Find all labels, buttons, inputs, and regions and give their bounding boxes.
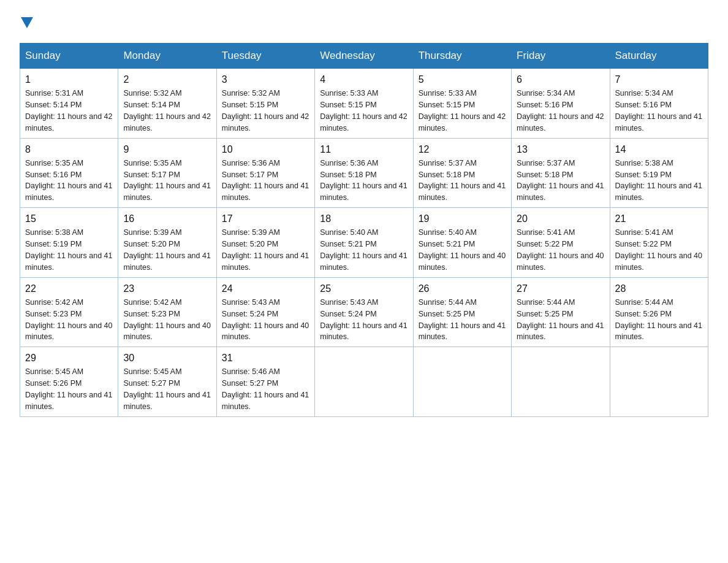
day-info: Sunrise: 5:39 AMSunset: 5:20 PMDaylight:… xyxy=(222,228,309,272)
calendar-cell: 13Sunrise: 5:37 AMSunset: 5:18 PMDayligh… xyxy=(512,138,610,208)
day-number: 19 xyxy=(419,212,506,226)
day-info: Sunrise: 5:36 AMSunset: 5:18 PMDaylight:… xyxy=(320,159,407,202)
day-number: 20 xyxy=(517,212,604,226)
day-info: Sunrise: 5:41 AMSunset: 5:22 PMDaylight:… xyxy=(615,228,702,272)
day-info: Sunrise: 5:37 AMSunset: 5:18 PMDaylight:… xyxy=(517,159,604,202)
day-number: 26 xyxy=(419,282,506,296)
calendar-cell: 21Sunrise: 5:41 AMSunset: 5:22 PMDayligh… xyxy=(610,208,708,278)
calendar-cell: 1Sunrise: 5:31 AMSunset: 5:14 PMDaylight… xyxy=(20,69,118,139)
calendar-table: SundayMondayTuesdayWednesdayThursdayFrid… xyxy=(20,43,708,417)
column-header-wednesday: Wednesday xyxy=(315,44,413,69)
calendar-cell: 7Sunrise: 5:34 AMSunset: 5:16 PMDaylight… xyxy=(610,69,708,139)
day-info: Sunrise: 5:41 AMSunset: 5:22 PMDaylight:… xyxy=(517,228,604,272)
calendar-cell: 10Sunrise: 5:36 AMSunset: 5:17 PMDayligh… xyxy=(216,138,314,208)
calendar-cell xyxy=(413,347,511,417)
day-number: 9 xyxy=(123,142,211,156)
column-header-tuesday: Tuesday xyxy=(216,44,314,69)
day-number: 14 xyxy=(615,142,703,156)
day-info: Sunrise: 5:35 AMSunset: 5:17 PMDaylight:… xyxy=(123,159,210,202)
day-info: Sunrise: 5:44 AMSunset: 5:25 PMDaylight:… xyxy=(517,298,604,342)
day-info: Sunrise: 5:32 AMSunset: 5:15 PMDaylight:… xyxy=(222,89,309,132)
logo xyxy=(20,15,33,31)
day-info: Sunrise: 5:46 AMSunset: 5:27 PMDaylight:… xyxy=(222,367,309,411)
calendar-cell: 2Sunrise: 5:32 AMSunset: 5:14 PMDaylight… xyxy=(118,69,216,139)
day-number: 1 xyxy=(25,72,113,86)
day-number: 4 xyxy=(320,72,408,86)
day-number: 18 xyxy=(320,212,408,226)
page-header xyxy=(20,15,708,31)
day-info: Sunrise: 5:40 AMSunset: 5:21 PMDaylight:… xyxy=(320,228,407,272)
calendar-week-row: 29Sunrise: 5:45 AMSunset: 5:26 PMDayligh… xyxy=(20,347,708,417)
day-info: Sunrise: 5:40 AMSunset: 5:21 PMDaylight:… xyxy=(419,228,506,272)
calendar-cell: 29Sunrise: 5:45 AMSunset: 5:26 PMDayligh… xyxy=(20,347,118,417)
day-number: 11 xyxy=(320,142,408,156)
calendar-week-row: 22Sunrise: 5:42 AMSunset: 5:23 PMDayligh… xyxy=(20,277,708,347)
calendar-cell: 9Sunrise: 5:35 AMSunset: 5:17 PMDaylight… xyxy=(118,138,216,208)
calendar-cell: 16Sunrise: 5:39 AMSunset: 5:20 PMDayligh… xyxy=(118,208,216,278)
day-number: 12 xyxy=(419,142,506,156)
day-number: 23 xyxy=(123,282,211,296)
calendar-cell: 27Sunrise: 5:44 AMSunset: 5:25 PMDayligh… xyxy=(512,277,610,347)
day-number: 24 xyxy=(222,282,309,296)
calendar-cell: 30Sunrise: 5:45 AMSunset: 5:27 PMDayligh… xyxy=(118,347,216,417)
calendar-cell: 19Sunrise: 5:40 AMSunset: 5:21 PMDayligh… xyxy=(413,208,511,278)
day-info: Sunrise: 5:34 AMSunset: 5:16 PMDaylight:… xyxy=(615,89,702,132)
day-info: Sunrise: 5:44 AMSunset: 5:25 PMDaylight:… xyxy=(419,298,506,342)
calendar-cell: 28Sunrise: 5:44 AMSunset: 5:26 PMDayligh… xyxy=(610,277,708,347)
calendar-cell xyxy=(610,347,708,417)
day-info: Sunrise: 5:33 AMSunset: 5:15 PMDaylight:… xyxy=(320,89,407,132)
calendar-cell: 3Sunrise: 5:32 AMSunset: 5:15 PMDaylight… xyxy=(216,69,314,139)
calendar-cell: 20Sunrise: 5:41 AMSunset: 5:22 PMDayligh… xyxy=(512,208,610,278)
day-number: 28 xyxy=(615,282,703,296)
day-number: 15 xyxy=(25,212,113,226)
calendar-cell: 4Sunrise: 5:33 AMSunset: 5:15 PMDaylight… xyxy=(315,69,413,139)
day-info: Sunrise: 5:43 AMSunset: 5:24 PMDaylight:… xyxy=(222,298,309,342)
day-info: Sunrise: 5:35 AMSunset: 5:16 PMDaylight:… xyxy=(25,159,112,202)
day-number: 31 xyxy=(222,351,309,365)
day-number: 22 xyxy=(25,282,113,296)
day-info: Sunrise: 5:42 AMSunset: 5:23 PMDaylight:… xyxy=(123,298,210,342)
calendar-cell: 6Sunrise: 5:34 AMSunset: 5:16 PMDaylight… xyxy=(512,69,610,139)
day-info: Sunrise: 5:32 AMSunset: 5:14 PMDaylight:… xyxy=(123,89,210,132)
day-number: 13 xyxy=(517,142,604,156)
day-number: 3 xyxy=(222,72,309,86)
calendar-cell: 15Sunrise: 5:38 AMSunset: 5:19 PMDayligh… xyxy=(20,208,118,278)
calendar-cell: 26Sunrise: 5:44 AMSunset: 5:25 PMDayligh… xyxy=(413,277,511,347)
day-number: 10 xyxy=(222,142,309,156)
day-number: 27 xyxy=(517,282,604,296)
day-info: Sunrise: 5:31 AMSunset: 5:14 PMDaylight:… xyxy=(25,89,112,132)
day-number: 29 xyxy=(25,351,113,365)
day-info: Sunrise: 5:45 AMSunset: 5:27 PMDaylight:… xyxy=(123,367,210,411)
calendar-cell: 24Sunrise: 5:43 AMSunset: 5:24 PMDayligh… xyxy=(216,277,314,347)
calendar-cell: 5Sunrise: 5:33 AMSunset: 5:15 PMDaylight… xyxy=(413,69,511,139)
day-number: 7 xyxy=(615,72,703,86)
day-number: 2 xyxy=(123,72,211,86)
calendar-cell: 11Sunrise: 5:36 AMSunset: 5:18 PMDayligh… xyxy=(315,138,413,208)
column-header-sunday: Sunday xyxy=(20,44,118,69)
calendar-header-row: SundayMondayTuesdayWednesdayThursdayFrid… xyxy=(20,44,708,69)
calendar-cell: 12Sunrise: 5:37 AMSunset: 5:18 PMDayligh… xyxy=(413,138,511,208)
day-number: 6 xyxy=(517,72,604,86)
logo-general-text xyxy=(20,15,33,31)
calendar-cell: 14Sunrise: 5:38 AMSunset: 5:19 PMDayligh… xyxy=(610,138,708,208)
column-header-saturday: Saturday xyxy=(610,44,708,69)
calendar-cell: 8Sunrise: 5:35 AMSunset: 5:16 PMDaylight… xyxy=(20,138,118,208)
day-number: 17 xyxy=(222,212,309,226)
calendar-cell: 18Sunrise: 5:40 AMSunset: 5:21 PMDayligh… xyxy=(315,208,413,278)
logo-triangle-icon xyxy=(21,17,33,28)
day-info: Sunrise: 5:45 AMSunset: 5:26 PMDaylight:… xyxy=(25,367,112,411)
day-number: 30 xyxy=(123,351,211,365)
day-number: 8 xyxy=(25,142,113,156)
day-info: Sunrise: 5:37 AMSunset: 5:18 PMDaylight:… xyxy=(419,159,506,202)
day-number: 21 xyxy=(615,212,703,226)
day-info: Sunrise: 5:44 AMSunset: 5:26 PMDaylight:… xyxy=(615,298,702,342)
day-info: Sunrise: 5:39 AMSunset: 5:20 PMDaylight:… xyxy=(123,228,210,272)
column-header-monday: Monday xyxy=(118,44,216,69)
day-info: Sunrise: 5:36 AMSunset: 5:17 PMDaylight:… xyxy=(222,159,309,202)
day-info: Sunrise: 5:38 AMSunset: 5:19 PMDaylight:… xyxy=(25,228,112,272)
calendar-cell xyxy=(315,347,413,417)
calendar-week-row: 1Sunrise: 5:31 AMSunset: 5:14 PMDaylight… xyxy=(20,69,708,139)
day-number: 25 xyxy=(320,282,408,296)
calendar-week-row: 8Sunrise: 5:35 AMSunset: 5:16 PMDaylight… xyxy=(20,138,708,208)
calendar-cell xyxy=(512,347,610,417)
